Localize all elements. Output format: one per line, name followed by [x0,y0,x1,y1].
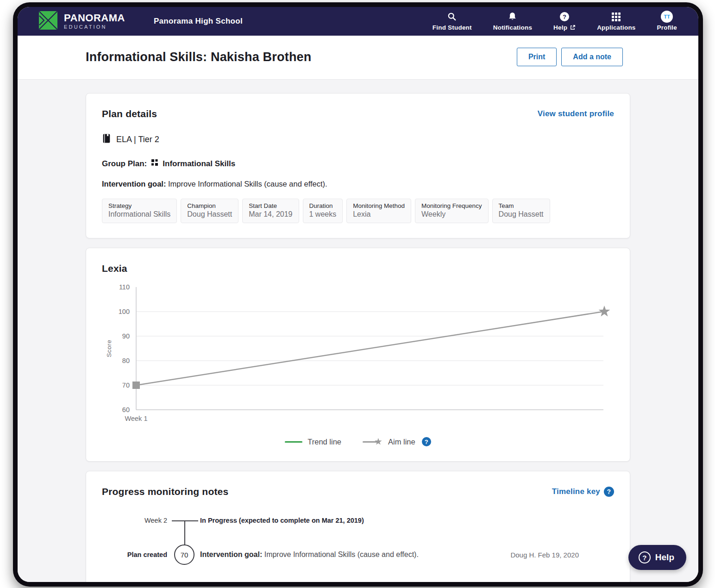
plan-fields-row: Strategy Informational Skills Champion D… [102,199,614,223]
legend-aim-line: Aim line [363,438,415,446]
svg-text:60: 60 [122,406,130,413]
brand-logo[interactable]: PANORAMA EDUCATION [38,10,125,32]
svg-text:100: 100 [119,308,130,315]
book-icon [102,133,111,146]
field-value: 1 weeks [309,210,337,219]
group-plan-row: Group Plan: Informational Skills [102,159,614,169]
nav-label: Find Student [433,24,472,31]
field-duration: Duration 1 weeks [303,199,343,223]
grid-icon [612,12,621,22]
page-header: Informational Skills: Nakisha Brothen Pr… [18,36,698,80]
top-navbar: PANORAMA EDUCATION Panorama High School … [18,7,698,36]
field-start-date: Start Date Mar 14, 2019 [242,199,299,223]
nav-label: Help [553,24,576,31]
legend-label: Aim line [388,438,415,446]
svg-text:90: 90 [122,332,130,340]
nav-help[interactable]: ? Help [553,12,576,31]
timeline-key-help-icon[interactable]: ? [604,487,614,497]
star-icon [374,437,383,447]
svg-text:110: 110 [119,283,130,291]
legend-label: Trend line [307,438,341,446]
timeline-goal-label: Intervention goal: [200,550,262,558]
nav-notifications[interactable]: Notifications [493,12,532,31]
progress-notes-card: Progress monitoring notes Timeline key ?… [86,471,630,582]
timeline-connector [184,520,185,546]
help-fab-button[interactable]: ? Help [628,545,686,570]
timeline-key-link[interactable]: Timeline key ? [552,487,614,497]
bell-icon [508,12,517,22]
nav-find-student[interactable]: Find Student [433,12,472,31]
field-value: Weekly [421,210,482,219]
goal-value: Improve Informational Skills (cause and … [168,180,327,188]
field-value: Doug Hassett [187,210,232,219]
intervention-goal-row: Intervention goal: Improve Informational… [102,180,614,188]
header-actions: Print Add a note [517,48,630,66]
score-line-chart: 60708090100110ScoreWeek 1 [102,281,614,425]
school-name: Panorama High School [154,17,243,26]
brand-text: PANORAMA EDUCATION [64,13,125,30]
timeline-week-label: Week 2 [102,517,167,524]
legend-trend-line: Trend line [285,438,341,446]
aim-line-swatch [363,438,383,446]
timeline-author-date: Doug H. Feb 19, 2020 [510,551,579,559]
field-value: Mar 14, 2019 [249,210,292,219]
avatar-initials: TT [661,11,673,23]
nav-label: Notifications [493,24,532,31]
svg-text:?: ? [563,13,566,20]
chart-legend: Trend line Aim line ? [102,437,614,446]
field-strategy: Strategy Informational Skills [102,199,177,223]
field-label: Team [499,202,544,209]
app-window: PANORAMA EDUCATION Panorama High School … [18,7,698,582]
plan-details-card: Plan details View student profile ELA | … [86,93,630,238]
timeline-status-text: In Progress (expected to complete on Mar… [200,517,364,524]
add-note-button[interactable]: Add a note [561,48,623,66]
field-label: Strategy [108,202,170,209]
field-value: Informational Skills [108,210,170,219]
field-monitoring-method: Monitoring Method Lexia [346,199,411,223]
timeline-key-label: Timeline key [552,487,600,496]
group-plan-value: Informational Skills [163,159,235,169]
help-icon: ? [559,12,570,22]
nav-label: Profile [657,24,677,31]
aim-line-help-icon[interactable]: ? [422,437,431,446]
field-value: Doug Hassett [499,210,544,219]
chart-title: Lexia [102,263,614,274]
field-monitoring-frequency: Monitoring Frequency Weekly [415,199,489,223]
plan-details-title: Plan details [102,108,157,119]
brand-name: PANORAMA [64,13,125,23]
field-label: Duration [309,202,337,209]
field-champion: Champion Doug Hassett [181,199,238,223]
goal-label: Intervention goal: [102,180,166,188]
group-plan-label: Group Plan: [102,159,147,169]
nav-help-text: Help [553,24,567,31]
field-team: Team Doug Hassett [492,199,550,223]
nav-applications[interactable]: Applications [597,12,635,31]
progress-timeline: Week 2 In Progress (expected to complete… [102,514,614,582]
field-label: Champion [187,202,232,209]
svg-text:Week 1: Week 1 [125,415,148,422]
field-label: Monitoring Frequency [421,202,482,209]
external-link-icon [570,25,576,31]
view-student-profile-link[interactable]: View student profile [538,109,614,119]
main-content: Plan details View student profile ELA | … [18,80,698,582]
print-button[interactable]: Print [517,48,557,66]
help-fab-icon: ? [639,551,651,563]
timeline-goal-note: Intervention goal: Improve Informational… [200,550,419,559]
timeline-goal-text: Improve Informational Skills (cause and … [262,550,419,558]
device-frame: PANORAMA EDUCATION Panorama High School … [13,2,703,587]
subject-tier-row: ELA | Tier 2 [102,133,614,146]
field-label: Start Date [249,202,292,209]
navbar-actions: Find Student Notifications ? Help [433,12,677,31]
search-icon [447,12,457,22]
lexia-chart-card: Lexia 60708090100110ScoreWeek 1 Trend li… [86,248,630,462]
progress-notes-title: Progress monitoring notes [102,486,228,497]
field-label: Monitoring Method [353,202,405,209]
subject-tier-text: ELA | Tier 2 [116,135,159,144]
brand-subtitle: EDUCATION [64,25,125,30]
nav-profile[interactable]: TT Profile [657,12,677,31]
group-plan-icon [151,159,158,169]
nav-label: Applications [597,24,635,31]
trend-line-swatch [285,441,302,443]
page-title: Informational Skills: Nakisha Brothen [86,50,312,64]
timeline-plan-created-label: Plan created [102,551,167,558]
